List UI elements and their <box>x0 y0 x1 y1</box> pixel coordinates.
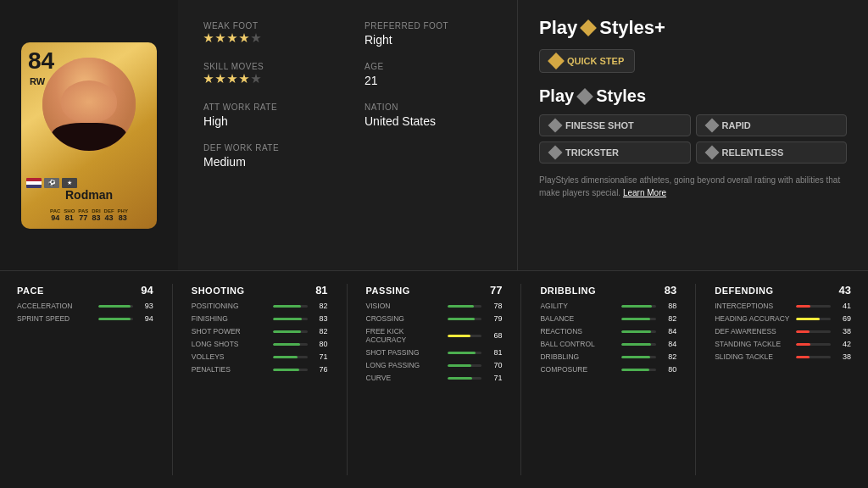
card-flags: ⚽ ★ <box>26 178 77 188</box>
stat-row-long-passing: LONG PASSING 70 <box>366 361 503 369</box>
card-area: 84 RW Rodman ⚽ ★ PAC 94 SHO <box>0 0 178 270</box>
shooting-header: SHOOTING 81 <box>192 284 328 297</box>
ball-control-bar <box>621 343 650 346</box>
passing-header: PASSING 77 <box>366 284 503 297</box>
ps-text: Play <box>539 86 574 106</box>
divider-4 <box>695 284 696 475</box>
volleys-bar-container <box>273 356 308 358</box>
composure-value: 80 <box>661 365 676 374</box>
stat-row-short-passing: SHOT PASSING 81 <box>366 348 503 357</box>
star-5 <box>251 33 261 43</box>
curve-bar-container <box>448 377 482 380</box>
preferred-foot-item: PREFERRED FOOT Right <box>364 21 492 47</box>
stat-row-shot-power: SHOT POWER 82 <box>192 327 328 336</box>
ps-desc-text: PlayStyles dimensionalise athletes, goin… <box>539 175 840 197</box>
sprint-speed-bar <box>98 318 131 320</box>
playstyles-description: PlayStyles dimensionalise athletes, goin… <box>539 174 847 199</box>
flag-club: ⚽ <box>44 178 59 188</box>
stat-row-agility: AGILITY 88 <box>540 302 676 310</box>
finishing-value: 83 <box>313 314 328 323</box>
ps-label-finesse-shot: FINESSE SHOT <box>565 120 634 130</box>
defending-label: DEFENDING <box>715 286 773 296</box>
finishing-bar-container <box>273 318 308 320</box>
def-awareness-bar-container <box>796 330 831 333</box>
stat-row-curve: CURVE 71 <box>366 374 503 382</box>
finishing-label: FINISHING <box>192 314 268 323</box>
def-awareness-value: 38 <box>836 327 851 336</box>
crossing-bar-container <box>448 318 482 320</box>
player-image <box>42 58 136 151</box>
dribbling-header: DRIBBLING 83 <box>540 284 676 297</box>
agility-bar-container <box>621 305 656 308</box>
playstyles-panel: Play Styles+ QUICK STEP Play Styles FINE… <box>517 0 868 270</box>
positioning-label: POSITIONING <box>192 302 268 310</box>
agility-bar <box>621 305 652 308</box>
long-passing-label: LONG PASSING <box>366 361 442 369</box>
heading-bar <box>796 318 820 320</box>
bottom-stats-section: PACE 94 ACCELERATION 93 SPRINT SPEED 94 <box>0 271 868 488</box>
skill-moves-label: SKILL MOVES <box>203 62 331 71</box>
crossing-value: 79 <box>487 314 502 323</box>
dribbling-skill-value: 82 <box>661 352 676 361</box>
weak-foot-item: WEAK FOOT <box>203 21 331 47</box>
ps-label-rapid: RAPID <box>722 120 751 130</box>
star-3 <box>227 33 237 43</box>
penalties-label: PENALTIES <box>192 365 268 374</box>
shot-power-value: 82 <box>313 327 328 336</box>
curve-label: CURVE <box>366 374 442 382</box>
interceptions-label: INTERCEPTIONS <box>715 302 791 310</box>
stat-row-sliding-tackle: SLIDING TACKLE 38 <box>715 352 851 361</box>
standing-tackle-bar-container <box>796 343 831 346</box>
ps-suffix: Styles <box>596 86 646 106</box>
crossing-bar <box>448 318 475 320</box>
heading-value: 69 <box>836 314 851 323</box>
playstyles-plus-items: QUICK STEP <box>539 49 847 76</box>
sm-star-1 <box>203 74 214 84</box>
sm-star-2 <box>215 74 225 84</box>
ps-badge-trickster: TRICKSTER <box>539 141 691 164</box>
playstyles-title: Play Styles <box>539 86 847 106</box>
shot-power-label: SHOT POWER <box>192 327 268 336</box>
vision-bar-container <box>448 305 482 308</box>
positioning-value: 82 <box>313 302 328 310</box>
main-container: 84 RW Rodman ⚽ ★ PAC 94 SHO <box>0 0 868 488</box>
composure-label: COMPOSURE <box>540 365 616 374</box>
defending-header: DEFENDING 43 <box>715 284 851 297</box>
penalties-bar <box>273 369 299 371</box>
short-passing-bar <box>448 352 476 354</box>
stat-row-dribbling-skill: DRIBBLING 82 <box>540 352 676 361</box>
ps-icon-finesse-shot <box>548 119 563 133</box>
stat-row-heading: HEADING ACCURACY 69 <box>715 314 851 323</box>
shooting-value: 81 <box>315 284 327 297</box>
stat-row-free-kick: FREE KICK ACCURACY 68 <box>366 327 503 344</box>
player-face <box>42 58 136 151</box>
dribbling-skill-bar <box>621 356 649 358</box>
stat-category-passing: PASSING 77 VISION 78 CROSSING 79 FREE KI… <box>366 284 503 475</box>
sprint-speed-value: 94 <box>138 314 153 323</box>
short-passing-value: 81 <box>487 348 502 357</box>
stat-row-vision: VISION 78 <box>366 302 503 310</box>
ps-badge-finesse-shot: FINESSE SHOT <box>539 114 691 136</box>
ball-control-label: BALL CONTROL <box>540 340 616 348</box>
stat-row-balance: BALANCE 82 <box>540 314 676 323</box>
agility-value: 88 <box>661 302 676 310</box>
card-player-name: Rodman <box>21 188 157 202</box>
pace-label: PACE <box>17 286 44 296</box>
ps-plus-badge-quickstep: QUICK STEP <box>539 49 635 73</box>
vision-value: 78 <box>487 302 502 310</box>
shot-power-bar <box>273 330 301 333</box>
ps-plus-suffix: Styles+ <box>599 17 665 39</box>
sm-star-4 <box>239 74 249 84</box>
crossing-label: CROSSING <box>366 314 442 323</box>
reactions-bar-container <box>621 330 656 333</box>
standing-tackle-bar <box>796 343 810 346</box>
ps-learn-more-link[interactable]: Learn More <box>623 188 666 197</box>
vision-label: VISION <box>366 302 442 310</box>
playstyles-plus-title: Play Styles+ <box>539 17 847 39</box>
sm-star-3 <box>227 74 237 84</box>
stat-row-sprint-speed: SPRINT SPEED 94 <box>17 314 153 323</box>
balance-value: 82 <box>661 314 676 323</box>
dribbling-value: 83 <box>665 284 676 297</box>
penalties-value: 76 <box>313 365 328 374</box>
stat-category-defending: DEFENDING 43 INTERCEPTIONS 41 HEADING AC… <box>715 284 851 475</box>
